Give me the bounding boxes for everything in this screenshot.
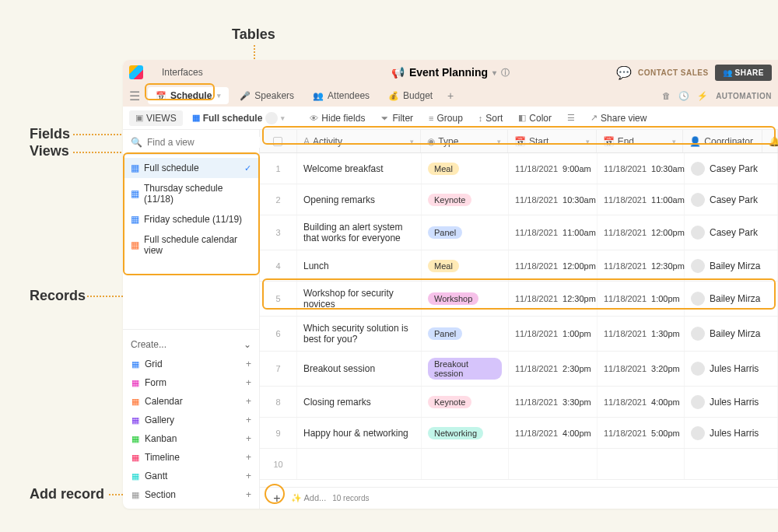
- column-type[interactable]: ◉Type▾: [421, 130, 508, 152]
- create-calendar[interactable]: ▦Calendar+: [123, 392, 259, 411]
- cell-coordinator[interactable]: Jules Harris: [685, 418, 778, 448]
- select-all-checkbox[interactable]: [260, 130, 297, 152]
- cell-start[interactable]: 11/18/202112:00pm: [509, 250, 598, 281]
- cell-activity[interactable]: Welcome breakfast: [297, 153, 422, 184]
- view-item[interactable]: ▦Friday schedule (11/19): [123, 209, 259, 229]
- cell-coordinator[interactable]: Casey Park: [685, 153, 778, 184]
- cell-start[interactable]: 11/18/20212:30pm: [509, 352, 598, 386]
- create-view-header[interactable]: Create... ⌄: [123, 334, 259, 355]
- cell-end[interactable]: 11/18/20211:00pm: [598, 282, 685, 316]
- cell-activity[interactable]: Breakout session: [297, 352, 422, 386]
- cell-end[interactable]: 11/18/20211:30pm: [598, 317, 685, 351]
- cell-coordinator[interactable]: Jules Harris: [685, 352, 778, 386]
- table-row[interactable]: 3 Building an alert system that works fo…: [260, 215, 778, 250]
- cell-start[interactable]: 11/18/20211:00pm: [509, 317, 598, 351]
- cell-activity[interactable]: Opening remarks: [297, 184, 422, 215]
- cell-activity[interactable]: Which security solution is best for you?: [297, 317, 422, 351]
- interfaces-link[interactable]: Interfaces: [162, 67, 203, 78]
- group-button[interactable]: ≡Group: [422, 110, 469, 126]
- cell-activity[interactable]: Building an alert system that works for …: [297, 215, 422, 250]
- column-end[interactable]: 📅End▾: [597, 130, 684, 152]
- create-gallery[interactable]: ▦Gallery+: [123, 411, 259, 429]
- tab-budget[interactable]: 💰Budget: [380, 87, 440, 104]
- cell-end[interactable]: 11/18/202111:00am: [598, 184, 685, 215]
- automation-icon[interactable]: ⚡: [697, 91, 708, 101]
- cell-type[interactable]: Keynote: [422, 184, 509, 215]
- create-section[interactable]: ▦Section+: [123, 485, 259, 504]
- cell-end[interactable]: 11/18/202112:30pm: [598, 250, 685, 281]
- cell-start[interactable]: 11/18/20213:30pm: [509, 387, 598, 417]
- current-view-dropdown[interactable]: ▦Full schedule ▾: [186, 110, 292, 127]
- add-table-button[interactable]: +: [443, 89, 457, 103]
- cell-type[interactable]: Meal: [422, 153, 509, 184]
- cell-activity[interactable]: Closing remarks: [297, 387, 422, 417]
- view-search-input[interactable]: [147, 137, 264, 148]
- share-button[interactable]: 👥 SHARE: [715, 65, 772, 81]
- cell-end[interactable]: 11/18/202112:00pm: [598, 215, 685, 250]
- cell-activity[interactable]: Happy hour & networking: [297, 418, 422, 448]
- cell-end[interactable]: 11/18/20214:00pm: [598, 387, 685, 417]
- create-form[interactable]: ▦Form+: [123, 373, 259, 392]
- view-item[interactable]: ▦Full schedule✓: [123, 158, 259, 178]
- column-coordinator[interactable]: 👤Coordinator: [683, 130, 762, 152]
- history-icon[interactable]: 🕓: [678, 91, 689, 101]
- cell-start[interactable]: 11/18/202112:30pm: [509, 282, 598, 316]
- sort-button[interactable]: ↕Sort: [472, 110, 510, 126]
- column-start[interactable]: 📅Start▾: [508, 130, 597, 152]
- table-row[interactable]: 5 Workshop for security novices Workshop…: [260, 282, 778, 317]
- contact-sales-link[interactable]: CONTACT SALES: [638, 68, 709, 77]
- view-item[interactable]: ▦Full schedule calendar view: [123, 229, 259, 261]
- table-row[interactable]: 1 Welcome breakfast Meal 11/18/20219:00a…: [260, 153, 778, 184]
- color-button[interactable]: ◧Color: [512, 110, 558, 126]
- cell-start[interactable]: 11/18/202110:30am: [509, 184, 598, 215]
- table-row[interactable]: 7 Breakout session Breakout session 11/1…: [260, 352, 778, 387]
- cell-type[interactable]: Panel: [422, 317, 509, 351]
- cell-coordinator[interactable]: Bailey Mirza: [685, 250, 778, 281]
- cell-coordinator[interactable]: Jules Harris: [685, 387, 778, 417]
- table-row[interactable]: 8 Closing remarks Keynote 11/18/20213:30…: [260, 387, 778, 418]
- table-row[interactable]: 10: [260, 449, 778, 480]
- cell-start[interactable]: 11/18/20214:00pm: [509, 418, 598, 448]
- cell-end[interactable]: 11/18/202110:30am: [598, 153, 685, 184]
- trash-icon[interactable]: 🗑: [662, 91, 671, 100]
- cell-coordinator[interactable]: Bailey Mirza: [685, 317, 778, 351]
- share-view-button[interactable]: ↗Share view: [584, 110, 653, 126]
- notify-column[interactable]: 🔔: [762, 130, 778, 152]
- add-record-button[interactable]: +: [269, 491, 285, 506]
- table-row[interactable]: 2 Opening remarks Keynote 11/18/202110:3…: [260, 184, 778, 215]
- table-row[interactable]: 6 Which security solution is best for yo…: [260, 317, 778, 352]
- cell-activity[interactable]: Lunch: [297, 250, 422, 281]
- column-activity[interactable]: AActivity▾: [297, 130, 421, 152]
- cell-end[interactable]: 11/18/20213:20pm: [598, 352, 685, 386]
- ai-add-button[interactable]: ✨ Add...: [291, 493, 326, 503]
- cell-type[interactable]: Panel: [422, 215, 509, 250]
- create-gantt[interactable]: ▦Gantt+: [123, 467, 259, 485]
- table-row[interactable]: 4 Lunch Meal 11/18/202112:00pm 11/18/202…: [260, 250, 778, 282]
- tab-speakers[interactable]: 🎤Speakers: [232, 87, 302, 104]
- cell-coordinator[interactable]: Casey Park: [685, 215, 778, 250]
- row-height-button[interactable]: ☰: [561, 110, 581, 125]
- cell-type[interactable]: Keynote: [422, 387, 509, 417]
- filter-button[interactable]: ⏷Filter: [374, 110, 419, 126]
- cell-end[interactable]: 11/18/20215:00pm: [598, 418, 685, 448]
- cell-start[interactable]: 11/18/202111:00am: [509, 215, 598, 250]
- view-item[interactable]: ▦Thursday schedule (11/18): [123, 178, 259, 209]
- cell-type[interactable]: Networking: [422, 418, 509, 448]
- create-timeline[interactable]: ▦Timeline+: [123, 448, 259, 467]
- base-name-dropdown[interactable]: 📢 Event Planning ▾ ⓘ: [391, 66, 510, 79]
- automation-label[interactable]: AUTOMATION: [716, 92, 772, 100]
- tab-attendees[interactable]: 👥Attendees: [305, 87, 377, 104]
- menu-icon[interactable]: ☰: [129, 89, 140, 103]
- create-kanban[interactable]: ▦Kanban+: [123, 429, 259, 448]
- cell-type[interactable]: Meal: [422, 250, 509, 281]
- cell-activity[interactable]: Workshop for security novices: [297, 282, 422, 316]
- create-grid[interactable]: ▦Grid+: [123, 355, 259, 373]
- cell-coordinator[interactable]: Bailey Mirza: [685, 282, 778, 316]
- tab-schedule[interactable]: 📅Schedule▾: [148, 87, 229, 104]
- cell-type[interactable]: Workshop: [422, 282, 509, 316]
- cell-start[interactable]: 11/18/20219:00am: [509, 153, 598, 184]
- views-toggle[interactable]: ▣VIEWS: [129, 110, 183, 126]
- cell-type[interactable]: Breakout session: [422, 352, 509, 386]
- cell-coordinator[interactable]: Casey Park: [685, 184, 778, 215]
- hide-fields-button[interactable]: 👁Hide fields: [303, 110, 371, 126]
